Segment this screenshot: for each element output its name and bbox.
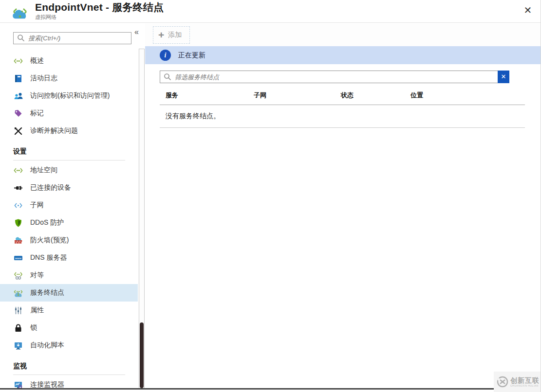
overview-brackets-icon [14,56,23,66]
add-button-label: 添加 [168,31,182,39]
properties-sliders-icon [14,306,23,315]
scrollbar-thumb[interactable] [140,322,144,388]
add-button[interactable]: + 添加 [153,26,190,44]
sidebar-item-locks[interactable]: 锁 [0,319,138,337]
watermark: 创新互联 CHUANGXIN HULIAN [494,372,541,392]
column-header-subnet[interactable]: 子网 [254,91,341,100]
search-icon [17,34,25,42]
plus-icon: + [158,30,164,40]
tag-icon [14,109,23,118]
subnets-icon [14,201,23,210]
clear-icon: ✕ [501,73,506,80]
connected-devices-icon [14,183,23,193]
sidebar-section-monitoring: 监视 [0,354,138,373]
ddos-shield-icon [14,218,23,228]
virtual-network-icon [10,2,30,20]
diagnose-tools-icon [14,126,23,136]
info-icon: i [160,50,171,61]
sidebar-item-access-control[interactable]: 访问控制(标识和访问管理) [0,87,138,105]
command-bar: + 添加 [145,23,541,46]
table-header-row: 服务 子网 状态 位置 [160,91,525,105]
address-space-icon [14,166,23,175]
window-bottom-edge [0,388,541,390]
page-title: EndpointVnet - 服务终结点 [35,1,164,13]
svg-text:www: www [15,256,22,259]
main-content: + 添加 i 正在更新 ✕ 服务 子网 状态 位置 没有服务终结点。 [145,23,541,392]
sidebar-item-address-space[interactable]: 地址空间 [0,161,138,179]
lock-icon [14,323,23,333]
sidebar-item-properties[interactable]: 属性 [0,302,138,319]
sidebar-item-activity-log[interactable]: 活动日志 [0,70,138,87]
activity-log-icon [14,74,23,83]
vertical-scrollbar[interactable] [139,49,145,389]
column-header-location[interactable]: 位置 [410,91,525,100]
filter-search-icon [164,73,171,81]
sidebar-item-overview[interactable]: 概述 [0,52,138,70]
watermark-logo-icon [497,376,508,388]
close-icon[interactable]: ✕ [522,4,534,17]
endpoints-table: 服务 子网 状态 位置 没有服务终结点。 [160,91,525,128]
sidebar-item-peerings[interactable]: 对等 [0,267,138,284]
service-endpoints-icon [14,288,23,298]
sidebar-search-input[interactable] [13,32,131,44]
sidebar-item-subnets[interactable]: 子网 [0,196,138,214]
section-divider [13,374,125,375]
sidebar: 概述 活动日志 访问控制(标识和访问管理) 标记 诊断并解决问题 [0,23,138,392]
sidebar-item-firewall[interactable]: 防火墙(预览) [0,232,138,249]
sidebar-item-service-endpoints[interactable]: 服务终结点 [0,284,138,302]
banner-text: 正在更新 [178,51,205,60]
column-header-status[interactable]: 状态 [341,91,410,100]
peerings-icon [14,271,23,280]
sidebar-item-dns-servers[interactable]: www DNS 服务器 [0,249,138,267]
sidebar-collapse-icon[interactable]: « [134,28,139,36]
clear-filter-button[interactable]: ✕ [498,71,509,83]
watermark-caption: CHUANGXIN HULIAN [510,384,540,387]
column-header-service[interactable]: 服务 [166,91,254,100]
blade-header: EndpointVnet - 服务终结点 虚拟网络 ✕ [0,0,541,23]
sidebar-item-automation-script[interactable]: 自动化脚本 [0,337,138,354]
vnet-service-endpoints-blade: { "header": { "title": "EndpointVnet - 服… [0,0,541,392]
sidebar-section-settings: 设置 [0,140,138,158]
automation-script-icon [14,341,23,350]
firewall-icon [14,236,23,245]
sidebar-item-diagnose[interactable]: 诊断并解决问题 [0,122,138,140]
access-control-icon [14,91,23,101]
sidebar-item-tags[interactable]: 标记 [0,105,138,122]
sidebar-item-connected-devices[interactable]: 已连接的设备 [0,179,138,196]
updating-banner: i 正在更新 [145,46,541,64]
empty-state-message: 没有服务终结点。 [160,105,525,128]
filter-endpoints-input[interactable] [160,71,498,83]
sidebar-nav: 概述 活动日志 访问控制(标识和访问管理) 标记 诊断并解决问题 [0,52,138,392]
page-subtitle: 虚拟网络 [35,14,164,21]
watermark-name: 创新互联 [510,377,540,384]
sidebar-item-ddos[interactable]: DDoS 防护 [0,214,138,232]
sidebar-item-connection-monitor[interactable]: 连接监视器 [0,376,138,392]
section-divider [13,160,125,160]
dns-servers-icon: www [14,253,23,263]
